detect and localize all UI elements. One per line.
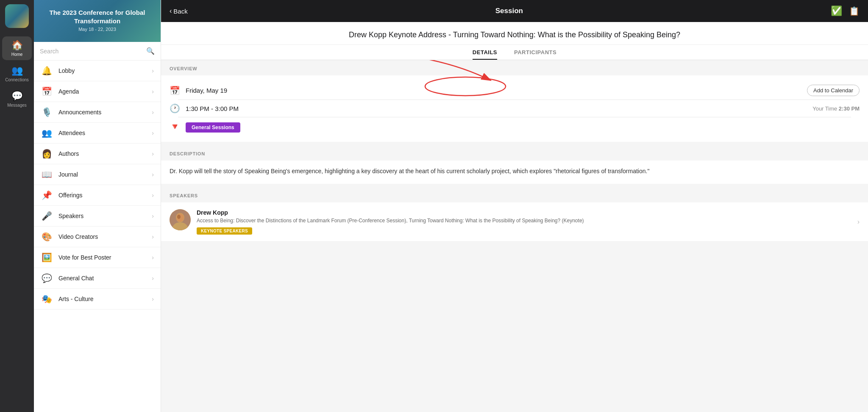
session-title: Drew Kopp Keynote Address - Turning Towa…	[170, 30, 860, 40]
main-header: ‹ Back Session ✅ 📋	[161, 0, 868, 22]
clipboard-icon[interactable]: 📋	[849, 6, 860, 16]
tab-participants[interactable]: PARTICIPANTS	[514, 49, 556, 60]
search-input[interactable]	[40, 48, 143, 55]
nav-home[interactable]: 🏠 Home	[2, 36, 32, 60]
arts-culture-icon: 🎭	[41, 294, 53, 304]
journal-icon: 📖	[41, 169, 53, 180]
search-bar: 🔍	[34, 42, 161, 61]
chevron-right-icon: ›	[152, 67, 154, 74]
your-time: Your Time 2:30 PM	[812, 105, 860, 112]
date-row: 📅 Friday, May 19 Add to Calendar	[170, 81, 860, 100]
chevron-right-icon: ›	[152, 254, 154, 261]
speaker-chevron-icon: ›	[857, 218, 860, 226]
connections-icon: 👥	[11, 65, 23, 76]
chevron-right-icon: ›	[152, 296, 154, 302]
speakers-section: Drew Kopp Access to Being: Discover the …	[161, 202, 868, 242]
lobby-icon: 🔔	[41, 66, 53, 76]
back-label: Back	[173, 8, 187, 15]
chevron-right-icon: ›	[152, 213, 154, 219]
description-section: Dr. Kopp will tell the story of Speaking…	[161, 160, 868, 183]
speakers-section-header: SPEAKERS	[161, 187, 868, 202]
add-to-calendar-button[interactable]: Add to Calendar	[807, 85, 860, 96]
home-icon: 🏠	[11, 40, 23, 51]
attendees-icon: 👥	[41, 128, 53, 138]
speaker-description: Access to Being: Discover the Distinctio…	[197, 217, 851, 224]
search-icon[interactable]: 🔍	[146, 47, 155, 55]
time-row: 🕐 1:30 PM - 3:00 PM Your Time 2:30 PM	[170, 100, 860, 117]
chevron-right-icon: ›	[152, 171, 154, 178]
sidebar-item-journal[interactable]: 📖 Journal ›	[34, 164, 161, 185]
filter-icon: 🔻	[170, 122, 180, 132]
messages-icon: 💬	[11, 91, 23, 102]
clock-icon: 🕐	[170, 103, 180, 113]
sidebar-item-offerings[interactable]: 📌 Offerings ›	[34, 185, 161, 206]
conference-title: The 2023 Conference for Global Transform…	[41, 8, 154, 25]
sidebar-header: The 2023 Conference for Global Transform…	[34, 0, 161, 42]
speakers-icon: 🎤	[41, 211, 53, 221]
content-area: OVERVIEW 📅 Friday, May 19 Add to Calenda…	[161, 60, 868, 412]
sidebar-item-attendees[interactable]: 👥 Attendees ›	[34, 123, 161, 144]
authors-icon: 👩	[41, 149, 53, 159]
checkmark-icon[interactable]: ✅	[831, 6, 842, 17]
overview-section-header: OVERVIEW	[161, 60, 868, 75]
overview-section: 📅 Friday, May 19 Add to Calendar	[161, 75, 868, 142]
sidebar-item-video-creators[interactable]: 🎨 Video Creators ›	[34, 227, 161, 247]
speaker-avatar	[170, 209, 191, 230]
sidebar-item-agenda[interactable]: 📅 Agenda ›	[34, 81, 161, 102]
sidebar-item-lobby[interactable]: 🔔 Lobby ›	[34, 61, 161, 81]
session-tag: General Sessions	[186, 122, 240, 133]
svg-point-6	[177, 215, 181, 219]
speaker-tag: KEYNOTE SPEAKERS	[197, 227, 252, 235]
session-title-bar: Drew Kopp Keynote Address - Turning Towa…	[161, 22, 868, 45]
speaker-name: Drew Kopp	[197, 209, 851, 216]
svg-point-1	[425, 77, 506, 96]
tabs-bar: DETAILS PARTICIPANTS	[161, 45, 868, 60]
calendar-icon: 📅	[170, 86, 180, 96]
sidebar-item-announcements[interactable]: 🎙️ Announcements ›	[34, 102, 161, 123]
event-time: 1:30 PM - 3:00 PM	[186, 105, 239, 112]
chevron-right-icon: ›	[152, 109, 154, 116]
back-button[interactable]: ‹ Back	[170, 7, 188, 15]
announcements-icon: 🎙️	[41, 107, 53, 117]
general-chat-icon: 💬	[41, 273, 53, 283]
icon-bar: 🏠 Home 👥 Connections 💬 Messages	[0, 0, 34, 412]
bottom-nav: 🏠 Home 👥 Connections 💬 Messages	[2, 36, 32, 412]
sidebar-item-speakers[interactable]: 🎤 Speakers ›	[34, 206, 161, 227]
sidebar-item-arts-culture[interactable]: 🎭 Arts - Culture ›	[34, 289, 161, 310]
app-logo	[5, 4, 29, 28]
event-date: Friday, May 19	[186, 87, 227, 94]
offerings-icon: 📌	[41, 190, 53, 200]
tag-row: 🔻 General Sessions	[170, 117, 860, 136]
conference-dates: May 18 - 22, 2023	[41, 27, 154, 32]
chevron-right-icon: ›	[152, 88, 154, 95]
speaker-info: Drew Kopp Access to Being: Discover the …	[197, 209, 851, 235]
chevron-right-icon: ›	[152, 130, 154, 136]
tab-details[interactable]: DETAILS	[473, 49, 497, 60]
sidebar-item-vote[interactable]: 🖼️ Vote for Best Poster ›	[34, 247, 161, 268]
sidebar-item-general-chat[interactable]: 💬 General Chat ›	[34, 268, 161, 289]
chevron-right-icon: ›	[152, 192, 154, 199]
video-creators-icon: 🎨	[41, 232, 53, 242]
nav-messages[interactable]: 💬 Messages	[2, 87, 32, 111]
description-text: Dr. Kopp will tell the story of Speaking…	[170, 166, 860, 176]
chevron-right-icon: ›	[152, 275, 154, 282]
header-actions: ✅ 📋	[831, 6, 860, 17]
chevron-right-icon: ›	[152, 233, 154, 240]
page-title: Session	[188, 7, 831, 15]
chevron-right-icon: ›	[152, 150, 154, 157]
speaker-row[interactable]: Drew Kopp Access to Being: Discover the …	[161, 202, 868, 242]
sidebar-item-authors[interactable]: 👩 Authors ›	[34, 144, 161, 164]
vote-icon: 🖼️	[41, 252, 53, 263]
back-chevron-icon: ‹	[170, 7, 172, 15]
sidebar: The 2023 Conference for Global Transform…	[34, 0, 161, 412]
main-content: ‹ Back Session ✅ 📋 Drew Kopp Keynote Add…	[161, 0, 868, 412]
your-time-value: 2:30 PM	[839, 105, 860, 112]
agenda-icon: 📅	[41, 86, 53, 97]
sidebar-navigation: 🔔 Lobby › 📅 Agenda › 🎙️ Announcements › …	[34, 61, 161, 412]
description-section-header: DESCRIPTION	[161, 145, 868, 160]
your-time-label: Your Time	[812, 105, 837, 112]
nav-connections[interactable]: 👥 Connections	[2, 62, 32, 86]
